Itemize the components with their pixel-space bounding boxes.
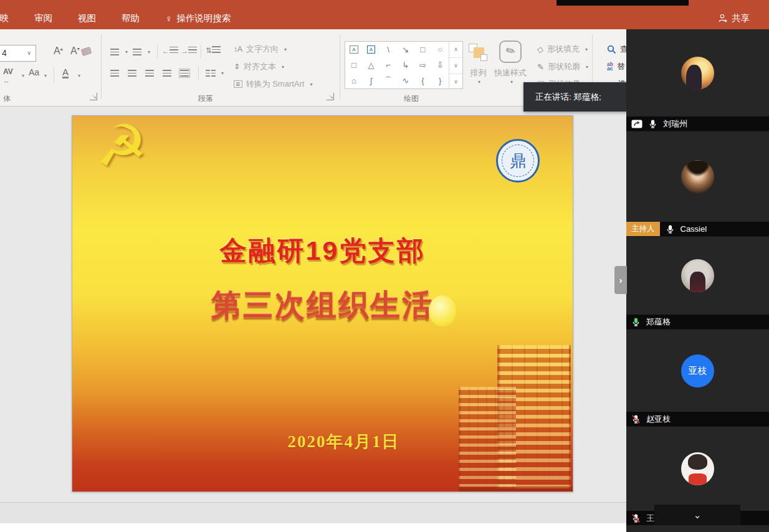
participant-tile[interactable]: 刘瑞州 [626, 29, 769, 131]
slide-title-line2[interactable]: 第三次组织生活 [72, 285, 573, 325]
party-emblem-icon: ☭ [96, 117, 147, 174]
avatar: 亚枝 [681, 354, 714, 387]
participant-tile[interactable]: 主持人 Cassiel [626, 131, 769, 237]
sidebar-collapse-button[interactable]: ⌄ [654, 505, 740, 525]
shape-glyph[interactable]: { [421, 76, 424, 85]
participant-name: Cassiel [681, 224, 707, 234]
shape-glyph[interactable]: ○ [437, 45, 442, 54]
slide-date[interactable]: 2020年4月1日 [93, 430, 573, 453]
avatar [681, 160, 714, 193]
shape-outline-button[interactable]: ✎ 形状轮廓▾ [537, 61, 588, 72]
shrink-font-button[interactable]: A▾ [70, 45, 80, 57]
shape-glyph[interactable]: } [439, 76, 441, 85]
paragraph-group-label: 段落 [198, 93, 213, 104]
shapes-gallery[interactable]: AA\↘□○□△⌐↳⇨⇩⌂ʃ⌒∿{} ∧ ∨ ∨ [345, 41, 463, 89]
participant-tile[interactable]: 郑蕴格 [626, 237, 769, 330]
tell-me-label: 操作说明搜索 [176, 12, 231, 24]
shape-glyph[interactable]: A [367, 45, 375, 54]
sidebar-expand-handle[interactable]: › [614, 266, 627, 294]
scroll-down-icon[interactable]: ∨ [449, 57, 462, 74]
increase-indent-button[interactable]: → [181, 47, 197, 55]
tab-review[interactable]: 审阅 [33, 9, 54, 28]
shape-glyph[interactable]: ∿ [402, 76, 409, 85]
convert-smartart-button[interactable]: ≣ 转换为 SmartArt▾ [234, 78, 312, 90]
shape-glyph[interactable]: ⌂ [351, 76, 356, 85]
meeting-participants-sidebar: 刘瑞州 主持人 Cassiel [626, 29, 769, 532]
avatar [681, 57, 714, 90]
chevron-down-icon: ▾ [510, 79, 513, 85]
chevron-down-icon: ∨ [27, 45, 31, 61]
gallery-scrollbar[interactable]: ∧ ∨ ∨ [449, 42, 462, 88]
search-icon [607, 45, 616, 54]
participant-tile[interactable]: 亚枝 赵亚枝 [626, 330, 769, 427]
shape-glyph[interactable]: ↳ [402, 60, 409, 70]
shape-glyph[interactable]: ⇩ [437, 60, 444, 70]
font-size-combobox[interactable]: 4 ∨ [0, 45, 36, 62]
font-dialog-launcher[interactable]: ↘ [90, 93, 97, 100]
chevron-down-icon: ▾ [44, 73, 47, 78]
decrease-indent-button[interactable]: ← [162, 47, 178, 55]
tab-view[interactable]: 视图 [77, 9, 97, 28]
window-bottom-gap [0, 523, 626, 532]
host-badge: 主持人 [626, 222, 660, 236]
status-bar [0, 502, 626, 523]
lightbulb-icon: ♀ [165, 14, 172, 23]
gallery-more-icon[interactable]: ∨ [449, 74, 462, 90]
find-button[interactable]: 查 [607, 44, 628, 55]
shape-glyph[interactable]: ʃ [370, 76, 372, 85]
participant-namebar: 赵亚枝 [626, 412, 769, 426]
person-plus-icon [718, 14, 728, 23]
tab-help[interactable]: 帮助 [120, 9, 141, 28]
align-center-button[interactable] [128, 68, 136, 79]
share-button[interactable]: 共享 [718, 12, 750, 24]
tab-slideshow[interactable]: 放映 [0, 9, 10, 28]
divider [201, 45, 201, 59]
shape-glyph[interactable]: □ [421, 45, 426, 54]
mic-muted-icon [631, 414, 641, 424]
tell-me-search[interactable]: ♀ 操作说明搜索 [164, 9, 232, 28]
character-spacing-button[interactable]: AV↔ [3, 67, 13, 85]
text-direction-button[interactable]: ↕A 文字方向▾ [234, 44, 287, 55]
shape-glyph[interactable]: \ [387, 45, 389, 54]
shape-glyph[interactable]: ⇨ [419, 60, 426, 70]
chevron-down-icon: ▾ [22, 73, 24, 78]
participant-name: 郑蕴格 [646, 316, 671, 328]
shape-glyph[interactable]: □ [351, 60, 356, 70]
distribute-text-button[interactable] [180, 68, 189, 79]
slide[interactable]: ☭ 鼎 金融研19党支部 第三次组织生活 2020年4月1日 [72, 115, 573, 492]
bullets-button[interactable] [110, 47, 119, 58]
shape-glyphs[interactable]: AA\↘□○□△⌐↳⇨⇩⌂ʃ⌒∿{} [345, 42, 449, 88]
shape-glyph[interactable]: ↘ [402, 45, 409, 54]
change-case-button[interactable]: Aa [29, 67, 39, 77]
arrange-icon [469, 44, 489, 65]
align-left-button[interactable] [110, 68, 119, 79]
replace-button[interactable]: abac 替 [607, 61, 625, 72]
app-window: 放映 审阅 视图 帮助 ♀ 操作说明搜索 共享 4 ∨ A▴ [0, 0, 769, 532]
clear-formatting-icon[interactable] [81, 47, 92, 56]
grow-font-button[interactable]: A▴ [54, 45, 63, 57]
shape-glyph[interactable]: ⌐ [386, 60, 391, 70]
scroll-up-icon[interactable]: ∧ [449, 42, 462, 57]
shape-glyph[interactable]: ⌒ [384, 75, 393, 87]
font-color-button[interactable]: A [62, 67, 69, 78]
line-spacing-button[interactable]: ⇅ [206, 46, 221, 55]
paragraph-dialog-launcher[interactable]: ↘ [327, 93, 334, 100]
align-text-button[interactable]: ⇕ 对齐文本▾ [234, 61, 284, 72]
quick-styles-button[interactable]: 快速样式 [490, 67, 531, 78]
chevron-down-icon: ⌄ [694, 510, 702, 521]
shape-glyph[interactable]: A [350, 45, 358, 54]
align-right-button[interactable] [145, 68, 154, 79]
highlight-blob [429, 295, 456, 326]
shape-glyph[interactable]: △ [368, 60, 374, 70]
group-divider [101, 34, 102, 99]
shape-fill-button[interactable]: ◇ 形状填充▾ [537, 44, 588, 55]
mic-icon [666, 224, 675, 234]
numbering-button[interactable] [133, 47, 141, 58]
columns-button[interactable] [206, 68, 216, 79]
window-edge-notch [556, 0, 689, 6]
justify-button[interactable] [163, 68, 171, 79]
slide-title-line1[interactable]: 金融研19党支部 [72, 233, 573, 269]
ribbon-tabs: 放映 审阅 视图 帮助 ♀ 操作说明搜索 [0, 9, 232, 28]
mic-icon [648, 119, 657, 129]
divider [157, 45, 158, 59]
